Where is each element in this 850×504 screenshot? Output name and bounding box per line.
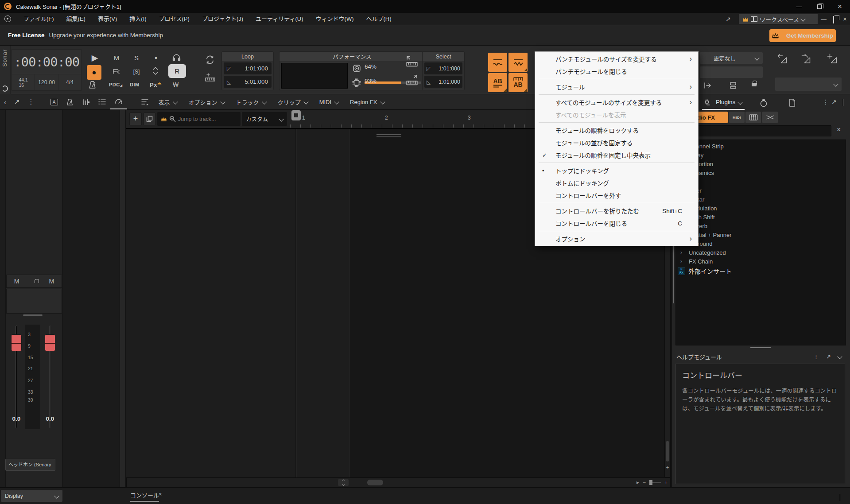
float-view-icon[interactable]: ↗ xyxy=(10,94,24,109)
menu-item-options[interactable]: オプション› xyxy=(535,233,698,245)
scroll-right-icon[interactable]: ▸ xyxy=(637,479,639,485)
menu-file[interactable]: ファイル(F) xyxy=(17,13,60,25)
mdi-minimize-button[interactable]: — xyxy=(821,16,827,23)
category-distortion[interactable]: ›Distortion xyxy=(676,159,846,168)
screenset-next-icon[interactable] xyxy=(800,54,812,65)
menu-item-collapse-controlbar[interactable]: コントロールバーを折りたたむShift+C xyxy=(535,205,698,217)
close-console-icon[interactable]: × xyxy=(159,491,162,497)
punch-out-icon[interactable] xyxy=(405,73,419,86)
solo-override-icon[interactable] xyxy=(151,66,160,76)
menu-insert[interactable]: 挿入(I) xyxy=(123,13,152,25)
instruments-tab[interactable] xyxy=(745,112,761,123)
ab-measure-button[interactable]: AB xyxy=(508,73,528,92)
menu-window[interactable]: ウィンドウ(W) xyxy=(310,13,360,25)
import-layout-icon[interactable] xyxy=(703,81,712,90)
category-filter[interactable]: ›Filter xyxy=(676,186,846,195)
record-arm-indicator[interactable]: ● xyxy=(148,52,163,63)
px-button[interactable]: Px xyxy=(150,81,162,88)
zoom-out-button[interactable]: − xyxy=(643,479,646,485)
menu-item-close-controlbar[interactable]: コントロールバーを閉じるC xyxy=(535,217,698,229)
sample-rate-display[interactable]: 44.116 xyxy=(12,74,35,90)
select-end-field[interactable]: ◺1:01:000 xyxy=(424,76,462,88)
loop-end-field[interactable]: ◺5:01:000 xyxy=(224,76,272,88)
menu-project[interactable]: プロジェクト(J) xyxy=(196,13,249,25)
ab-compare-button[interactable]: AB xyxy=(488,73,507,92)
float-help-icon[interactable]: ↗ xyxy=(826,353,831,360)
screenset-add-icon[interactable] xyxy=(827,54,838,65)
mute-left-button[interactable]: M xyxy=(14,278,19,285)
category-eq[interactable]: ›EQ xyxy=(676,177,846,186)
mdi-restore-button[interactable] xyxy=(833,16,834,23)
plugin-search-box[interactable] xyxy=(675,125,831,136)
menu-item-resize-all-modules[interactable]: すべてのモジュールのサイズを変更する› xyxy=(535,96,698,109)
play-button[interactable]: ▶ xyxy=(88,51,102,64)
duplicate-layout-icon[interactable] xyxy=(729,81,737,90)
snap-smooth-button[interactable] xyxy=(488,53,507,72)
category-delay[interactable]: ›Delay xyxy=(676,151,846,159)
plugins-tab[interactable]: Plugins xyxy=(702,94,745,110)
tempo-display[interactable]: 120.00 xyxy=(35,74,58,90)
float-window-icon[interactable]: ↗ xyxy=(726,16,731,23)
kebab-menu-icon[interactable]: ⋮ xyxy=(823,98,829,105)
exclusive-solo-button[interactable]: [S] xyxy=(129,66,144,78)
volume-fader-right[interactable] xyxy=(45,334,55,351)
dim-solo-icon[interactable] xyxy=(112,67,121,76)
track-collapse-handle[interactable] xyxy=(376,134,401,139)
browser-splitter-handle[interactable] xyxy=(750,347,771,348)
meter-view-icon[interactable] xyxy=(82,98,90,106)
dim-mute-button[interactable]: M xyxy=(109,52,124,63)
misc-plugins-tab[interactable] xyxy=(762,112,778,123)
category-fx-chain[interactable]: ›FX Chain xyxy=(676,257,846,266)
category-modulation[interactable]: ›Modulation xyxy=(676,204,846,213)
minimize-button[interactable]: — xyxy=(789,0,809,13)
menu-item-fix-module-layout[interactable]: モジュールの並びを固定する xyxy=(535,136,698,149)
pdc-button[interactable]: PDC◢ xyxy=(109,82,123,87)
external-insert-item[interactable]: ✕FX 外部インサート xyxy=(676,266,846,276)
measure-ruler-icon[interactable] xyxy=(204,72,216,83)
volume-fader-left[interactable] xyxy=(11,334,22,351)
track-menu-button[interactable] xyxy=(137,94,153,109)
menu-display[interactable]: 表示 xyxy=(153,94,183,109)
duplicate-track-button[interactable] xyxy=(144,112,155,125)
workspace-selector[interactable]: ワークスペース xyxy=(739,14,818,24)
close-button[interactable]: × xyxy=(830,0,850,13)
menu-options[interactable]: オプション xyxy=(183,94,230,109)
menu-item-modules[interactable]: モジュール› xyxy=(535,81,698,93)
loop-icon[interactable] xyxy=(204,54,216,66)
horizontal-scrollbar[interactable]: ▸ − + xyxy=(126,477,671,487)
menu-item-resize-punch-module[interactable]: パンチモジュールのサイズを変更する› xyxy=(535,53,698,65)
category-dynamics[interactable]: ›Dynamics xyxy=(676,168,846,177)
performance-view-icon[interactable] xyxy=(110,94,127,109)
menu-process[interactable]: プロセス(P) xyxy=(153,13,196,25)
category-reverb[interactable]: ›Reverb xyxy=(676,221,846,230)
vertical-zoom-in-button[interactable]: + xyxy=(665,464,670,470)
menu-clips[interactable]: クリップ xyxy=(272,94,314,109)
loop-start-field[interactable]: ◸1:01:000 xyxy=(224,62,272,74)
menu-item-undock-controlbar[interactable]: コントロールバーを外す xyxy=(535,189,698,202)
kebab-menu-icon[interactable]: ⋮ xyxy=(24,94,39,109)
kebab-menu-icon[interactable]: ⋮ xyxy=(813,353,819,360)
collapse-panel-icon[interactable] xyxy=(843,99,843,106)
menu-view[interactable]: 表示(V) xyxy=(92,13,123,25)
pane-divider-handle[interactable] xyxy=(23,314,43,316)
track-list-icon[interactable] xyxy=(98,98,106,105)
menu-utility[interactable]: ユーティリティ(U) xyxy=(249,13,310,25)
media-file-icon[interactable] xyxy=(788,98,796,107)
menu-edit[interactable]: 編集(E) xyxy=(60,13,92,25)
clear-search-icon[interactable]: × xyxy=(837,126,841,134)
mute-right-button[interactable]: M xyxy=(49,278,54,285)
fit-project-button[interactable] xyxy=(338,479,349,486)
snap-wave-button[interactable] xyxy=(508,53,528,72)
arranger-icon[interactable]: A xyxy=(47,94,62,109)
category-surround[interactable]: ›Surround xyxy=(676,239,846,248)
solo-button[interactable]: S xyxy=(129,52,144,63)
restore-button[interactable] xyxy=(809,0,830,13)
menu-item-dock-bottom[interactable]: ボトムにドッキング xyxy=(535,177,698,189)
instruments-icon[interactable] xyxy=(759,98,768,107)
menu-tracks[interactable]: トラック xyxy=(230,94,272,109)
collapse-help-icon[interactable] xyxy=(837,354,842,359)
console-tab[interactable]: コンソール xyxy=(130,491,159,502)
back-icon[interactable]: ‹ xyxy=(0,94,10,109)
mdi-close-button[interactable]: × xyxy=(843,15,847,23)
menu-item-lock-order-center[interactable]: ✓モジュールの順番を固定し中央表示 xyxy=(535,149,698,161)
